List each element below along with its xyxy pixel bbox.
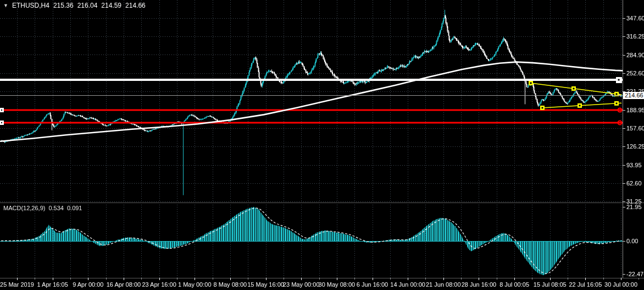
- chart-canvas[interactable]: [0, 0, 644, 290]
- macd-indicator-label: MACD(12,26,9)0.5340.091: [3, 205, 82, 211]
- symbol-period-label: ETHUSD,H4: [12, 2, 49, 9]
- macd-main-value: 0.534: [48, 205, 64, 211]
- mt4-chart-window: ▼ETHUSD,H4215.36216.04214.59214.66 MACD(…: [0, 0, 644, 290]
- chart-ohlc-header: ▼ETHUSD,H4215.36216.04214.59214.66: [3, 2, 146, 9]
- macd-signal-value: 0.091: [67, 205, 82, 211]
- high-value: 216.04: [77, 2, 98, 9]
- low-value: 214.59: [101, 2, 121, 9]
- triangle-down-icon[interactable]: ▼: [3, 3, 8, 8]
- current-price-badge: 214.66: [623, 92, 644, 99]
- macd-name: MACD(12,26,9): [3, 205, 45, 211]
- open-value: 215.36: [53, 2, 74, 9]
- close-value: 214.66: [125, 2, 146, 9]
